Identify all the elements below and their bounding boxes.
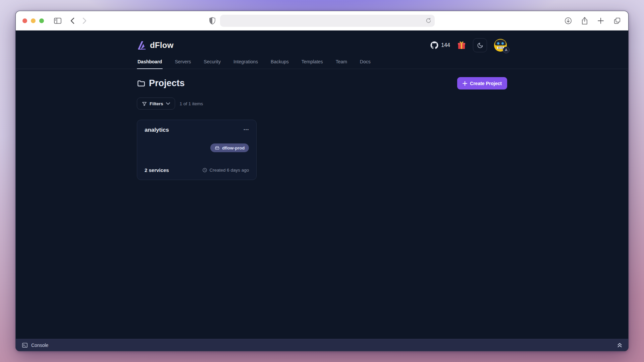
avatar-status-badge: A xyxy=(503,47,509,53)
create-project-button[interactable]: Create Project xyxy=(457,77,507,89)
forward-button[interactable] xyxy=(83,17,87,24)
zoom-window-button[interactable] xyxy=(39,18,44,23)
plus-icon xyxy=(463,81,467,86)
project-menu-button[interactable]: ... xyxy=(244,127,249,130)
nav-tab-dashboard[interactable]: Dashboard xyxy=(137,55,163,69)
create-project-label: Create Project xyxy=(470,81,502,86)
filter-funnel-icon xyxy=(142,101,147,106)
project-created-label: Created 6 days ago xyxy=(209,168,249,173)
new-tab-icon[interactable] xyxy=(597,17,604,24)
theme-toggle-button[interactable] xyxy=(473,38,487,52)
share-icon[interactable] xyxy=(581,17,588,25)
reload-icon[interactable] xyxy=(425,17,432,24)
server-tag-badge[interactable]: dflow-prod xyxy=(210,143,249,152)
downloads-icon[interactable] xyxy=(565,17,572,24)
address-bar[interactable] xyxy=(220,15,435,27)
browser-window: dFlow 144 xyxy=(15,11,629,351)
console-label: Console xyxy=(31,343,48,348)
items-count: 1 of 1 items xyxy=(180,101,203,106)
gift-icon[interactable] xyxy=(457,41,466,50)
console-icon xyxy=(22,342,28,348)
folder-icon xyxy=(137,79,146,88)
clock-icon xyxy=(202,168,207,173)
chevron-down-icon xyxy=(166,102,170,105)
window-controls xyxy=(22,18,44,23)
filters-button[interactable]: Filters xyxy=(137,98,175,110)
nav-tab-backups[interactable]: Backups xyxy=(270,55,289,69)
close-window-button[interactable] xyxy=(22,18,27,23)
sidebar-toggle-icon[interactable] xyxy=(54,18,61,24)
github-stars[interactable]: 144 xyxy=(430,41,450,49)
brand[interactable]: dFlow xyxy=(137,41,173,50)
filters-label: Filters xyxy=(150,101,163,106)
project-card-analytics[interactable]: analytics ... xyxy=(137,120,257,180)
nav-tab-team[interactable]: Team xyxy=(335,55,348,69)
projects-grid: analytics ... xyxy=(137,120,507,180)
nav-tab-integrations[interactable]: Integrations xyxy=(233,55,259,69)
privacy-shield-icon[interactable] xyxy=(209,17,215,24)
desktop-backdrop: dFlow 144 xyxy=(0,0,644,362)
nav-tab-templates[interactable]: Templates xyxy=(301,55,324,69)
github-star-count: 144 xyxy=(441,42,450,48)
address-input[interactable] xyxy=(224,18,423,23)
nav-tab-security[interactable]: Security xyxy=(203,55,221,69)
moon-icon xyxy=(477,42,483,49)
main-nav: Dashboard Servers Security Integrations … xyxy=(16,55,628,69)
nav-tab-servers[interactable]: Servers xyxy=(174,55,192,69)
projects-page: Projects Create Project xyxy=(137,77,507,180)
back-button[interactable] xyxy=(70,17,74,24)
console-expand-icon[interactable] xyxy=(617,343,622,348)
github-icon xyxy=(430,41,438,49)
dflow-logo-icon xyxy=(137,41,147,50)
browser-toolbar xyxy=(16,11,628,31)
minimize-window-button[interactable] xyxy=(31,18,36,23)
tab-overview-icon[interactable] xyxy=(613,17,621,24)
brand-name: dFlow xyxy=(150,41,173,50)
console-bar[interactable]: Console xyxy=(16,339,628,351)
page-title: Projects xyxy=(149,78,185,88)
app-root: dFlow 144 xyxy=(16,31,628,351)
nav-tab-docs[interactable]: Docs xyxy=(359,55,371,69)
server-tag-label: dflow-prod xyxy=(222,145,245,150)
user-avatar[interactable]: A xyxy=(494,39,507,52)
project-services-count: 2 services xyxy=(145,167,169,173)
server-icon xyxy=(215,145,220,150)
project-name: analytics xyxy=(145,127,169,133)
